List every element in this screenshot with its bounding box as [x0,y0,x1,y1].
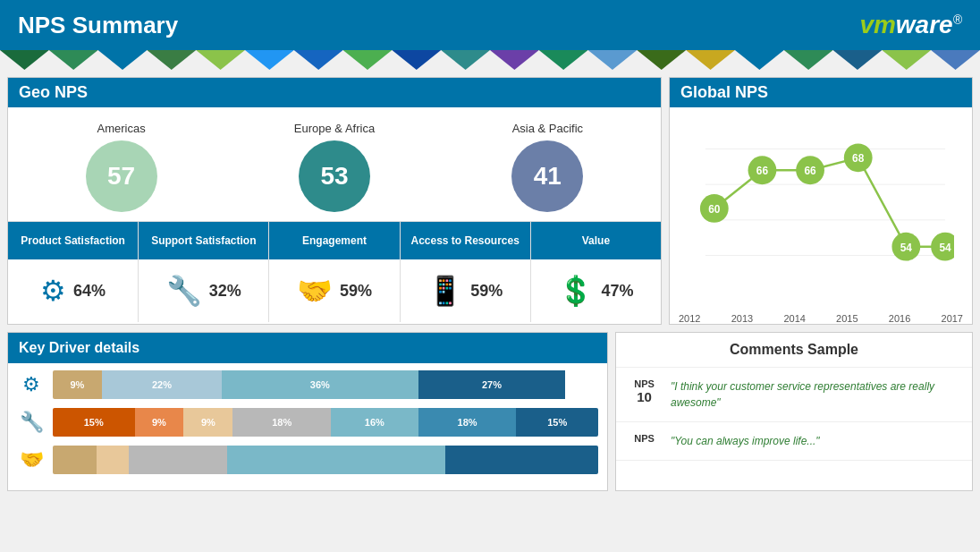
geo-asia-label: Asia & Pacific [512,122,583,135]
comments-title: Comments Sample [616,333,972,368]
geo-europe: Europe & Africa 53 [294,122,375,212]
devices-icon: 📱 [427,274,463,308]
comment-item-1: NPS "You can always improve life..." [616,422,972,461]
vmware-logo: vmware® [859,11,962,39]
driver-product-satisfaction-body: ⚙ 64% [8,259,138,322]
nps-badge-1: NPS [629,433,660,449]
driver-value-pct: 47% [601,282,633,301]
kd-bar-0-0: 9% [53,370,102,399]
svg-text:68: 68 [852,152,865,165]
nps-value-0: 10 [637,389,652,404]
kd-bar-1-6: 15% [516,408,598,437]
global-nps-title: Global NPS [670,78,972,107]
global-nps-panel: Global NPS 60 66 [669,77,973,325]
driver-access-resources: Access to Resources 📱 59% [401,222,531,322]
kd-bars-2 [53,446,598,474]
comments-panel: Comments Sample NPS 10 "I think your cus… [615,332,973,491]
year-2017: 2017 [942,313,963,324]
triangle-banner [0,50,980,70]
driver-tiles: Product Satisfaction ⚙ 64% Support Satis… [8,221,661,322]
kd-row-1: 🔧 15% 9% 9% 18% 16% 18% 15% [17,408,598,437]
driver-support-satisfaction-header: Support Satisfaction [139,222,268,259]
driver-product-satisfaction: Product Satisfaction ⚙ 64% [8,222,139,322]
page-header: NPS Summary vmware® [0,0,980,50]
bottom-section: Key Driver details ⚙ 9% 22% 36% 27% 🔧 15… [0,332,980,498]
geo-circles-row: Americas 57 Europe & Africa 53 Asia & Pa… [8,107,661,221]
year-2013: 2013 [731,313,753,324]
kd-bar-2-0 [53,446,97,474]
year-2014: 2014 [783,313,805,324]
driver-engagement-pct: 59% [340,282,372,301]
geo-americas: Americas 57 [86,122,157,212]
dollar-arrow-icon: 💲 [558,274,594,308]
driver-access-resources-header: Access to Resources [401,222,530,259]
main-content: Geo NPS Americas 57 Europe & Africa 53 A… [0,70,980,332]
kd-bar-1-3: 18% [232,408,331,437]
kd-row-0: ⚙ 9% 22% 36% 27% [17,370,598,399]
svg-text:54: 54 [939,242,951,254]
driver-value-header: Value [531,222,661,259]
chart-x-labels: 2012 2013 2014 2015 2016 2017 [670,313,972,324]
key-driver-title: Key Driver details [8,333,607,363]
nps-label-1: NPS [634,433,655,444]
kd-bar-2-3 [227,446,445,474]
driver-value-body: 💲 47% [531,259,661,322]
nps-line-chart: 60 66 66 68 54 54 [688,122,954,283]
comment-text-1: "You can always improve life..." [671,433,820,449]
kd-bar-2-4 [445,446,598,474]
nps-label-0: NPS [634,378,655,389]
geo-americas-label: Americas [97,122,146,135]
year-2016: 2016 [889,313,910,324]
page-title: NPS Summary [18,12,178,39]
svg-text:54: 54 [900,242,913,254]
global-nps-chart: 60 66 66 68 54 54 [670,107,972,313]
geo-americas-circle: 57 [86,140,157,212]
kd-bar-2-2 [129,446,227,474]
svg-text:60: 60 [708,203,721,216]
kd-bar-0-1: 22% [102,370,222,399]
kd-bar-1-1: 9% [135,408,184,437]
kd-bar-1-4: 16% [331,408,418,437]
year-2015: 2015 [836,313,858,324]
kd-icon-0: ⚙ [17,373,46,396]
geo-europe-label: Europe & Africa [294,122,375,135]
tools-icon: 🔧 [166,274,202,308]
driver-product-satisfaction-pct: 64% [73,282,106,301]
nps-badge-0: NPS 10 [629,378,660,411]
geo-asia: Asia & Pacific 41 [511,122,583,212]
geo-nps-title: Geo NPS [8,78,661,107]
kd-icon-1: 🔧 [17,411,46,434]
year-2012: 2012 [679,313,700,324]
driver-support-satisfaction-pct: 32% [209,282,241,301]
kd-bar-2-1 [97,446,130,474]
driver-access-resources-pct: 59% [470,282,503,301]
kd-bars-1: 15% 9% 9% 18% 16% 18% 15% [53,408,598,437]
kd-bar-1-0: 15% [53,408,135,437]
driver-engagement: Engagement 🤝 59% [269,222,400,322]
kd-bars-0: 9% 22% 36% 27% [53,370,598,399]
driver-value: Value 💲 47% [531,222,661,322]
kd-bar-0-2: 36% [222,370,418,399]
svg-text:66: 66 [804,165,816,177]
driver-product-satisfaction-header: Product Satisfaction [8,222,138,259]
geo-europe-circle: 53 [299,140,370,212]
kd-bar-1-5: 18% [418,408,517,437]
gear-settings-icon: ⚙ [40,274,66,308]
handshake-icon: 🤝 [297,274,333,308]
driver-support-satisfaction-body: 🔧 32% [139,259,268,322]
driver-access-resources-body: 📱 59% [401,259,530,322]
kd-bar-0-3: 27% [418,370,566,399]
driver-support-satisfaction: Support Satisfaction 🔧 32% [139,222,269,322]
comment-item-0: NPS 10 "I think your customer service re… [616,368,972,422]
driver-engagement-body: 🤝 59% [269,259,399,322]
driver-engagement-header: Engagement [269,222,399,259]
key-driver-panel: Key Driver details ⚙ 9% 22% 36% 27% 🔧 15… [7,332,608,491]
kd-icon-2: 🤝 [17,448,46,471]
kd-bar-1-2: 9% [183,408,232,437]
geo-asia-circle: 41 [511,140,583,212]
comment-text-0: "I think your customer service represent… [671,378,959,411]
key-driver-rows: ⚙ 9% 22% 36% 27% 🔧 15% 9% 9% 18% 16% 18% [8,363,607,490]
geo-nps-panel: Geo NPS Americas 57 Europe & Africa 53 A… [7,77,662,325]
svg-text:66: 66 [756,165,769,177]
kd-row-2: 🤝 [17,446,598,474]
